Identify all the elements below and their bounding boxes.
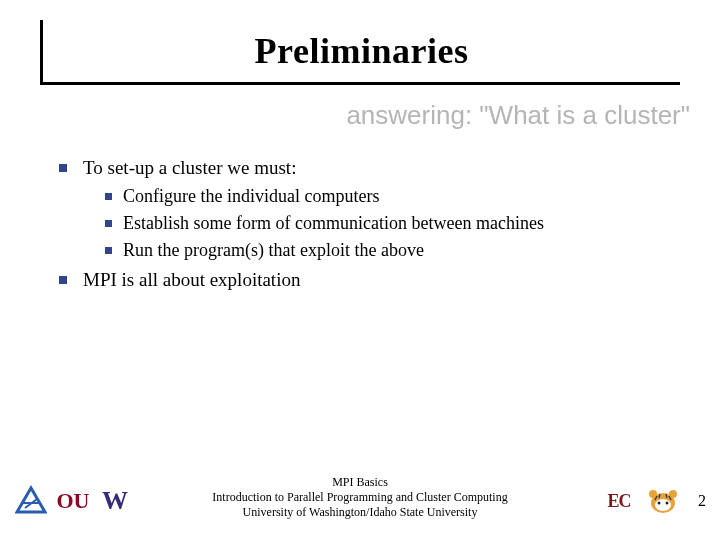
svg-point-3 <box>669 490 677 498</box>
footer: OU W MPI Basics Introduction to Parallel… <box>0 464 720 524</box>
list-item-text: To set-up a cluster we must: <box>83 157 296 178</box>
list-item-text: Run the program(s) that exploit the abov… <box>123 240 424 260</box>
svg-point-4 <box>658 502 661 505</box>
slide-title: Preliminaries <box>255 30 469 72</box>
tiger-logo-icon <box>646 484 680 518</box>
subtitle: answering: "What is a cluster" <box>346 100 690 131</box>
body-content: To set-up a cluster we must: Configure t… <box>55 155 655 298</box>
svg-point-2 <box>649 490 657 498</box>
list-item-text: MPI is all about exploitation <box>83 269 300 290</box>
list-item: Establish some form of communication bet… <box>83 211 655 236</box>
list-item: MPI is all about exploitation <box>55 267 655 294</box>
list-item-text: Establish some form of communication bet… <box>123 213 544 233</box>
list-item: Configure the individual computers <box>83 184 655 209</box>
svg-point-5 <box>666 502 669 505</box>
list-item: To set-up a cluster we must: Configure t… <box>55 155 655 263</box>
bullet-sublist: Configure the individual computers Estab… <box>83 184 655 264</box>
list-item-text: Configure the individual computers <box>123 186 379 206</box>
bullet-list: To set-up a cluster we must: Configure t… <box>55 155 655 294</box>
page-number: 2 <box>698 492 706 510</box>
svg-point-1 <box>655 499 671 511</box>
footer-logos-right: EC <box>602 484 680 518</box>
list-item: Run the program(s) that exploit the abov… <box>83 238 655 263</box>
slide-root: Preliminaries answering: "What is a clus… <box>0 0 720 540</box>
ec-logo-icon: EC <box>602 484 636 518</box>
title-frame: Preliminaries <box>40 20 680 85</box>
